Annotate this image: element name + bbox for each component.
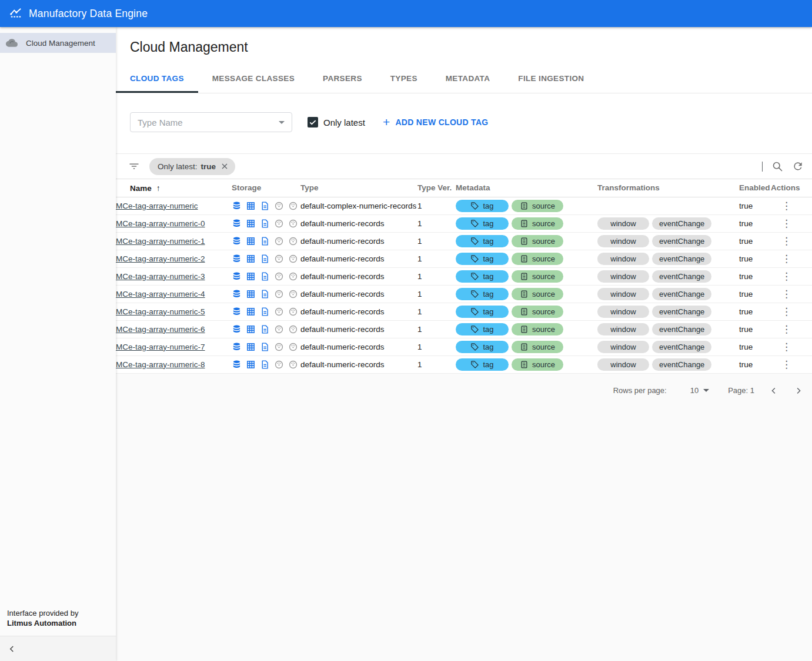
tab-file-ingestion[interactable]: FILE INGESTION xyxy=(504,64,598,93)
rows-per-page-value: 10 xyxy=(690,386,699,395)
tab-types[interactable]: TYPES xyxy=(376,64,432,93)
tab-parsers[interactable]: PARSERS xyxy=(309,64,376,93)
cloud-tag-name-link[interactable]: MCe-tag-array-numeric-3 xyxy=(116,272,205,281)
kebab-menu-icon[interactable]: ⋮ xyxy=(771,341,791,353)
metadata-chip-tag: tag xyxy=(456,288,509,300)
refresh-icon[interactable] xyxy=(792,160,804,172)
cloud-tag-name-link[interactable]: MCe-tag-array-numeric-2 xyxy=(116,254,205,263)
table-grid-icon xyxy=(246,236,256,246)
storage-icons xyxy=(232,324,298,334)
sidebar: Cloud Management Interface provided by L… xyxy=(0,27,116,661)
column-header-type-ver[interactable]: Type Ver. xyxy=(417,179,456,197)
rows-per-page-select[interactable]: 10 xyxy=(690,386,709,395)
kebab-menu-icon[interactable]: ⋮ xyxy=(771,200,791,212)
tag-icon xyxy=(470,343,479,351)
table-grid-icon xyxy=(246,219,256,229)
table-row: MCe-tag-array-numeric-3 default-numeric-… xyxy=(116,267,812,285)
filter-list-icon[interactable] xyxy=(128,160,140,172)
search-icon[interactable] xyxy=(771,160,783,172)
chip-label: tag xyxy=(483,219,493,228)
cloud-tag-name-link[interactable]: MCe-tag-array-numeric-0 xyxy=(116,219,205,228)
transformation-chip-eventChange: eventChange xyxy=(652,217,711,230)
database-icon xyxy=(232,254,242,264)
type-version-cell: 1 xyxy=(417,320,456,338)
kebab-menu-icon[interactable]: ⋮ xyxy=(771,217,791,230)
gauge-icon xyxy=(274,271,284,281)
transformations-cell: windoweventChange xyxy=(597,250,739,267)
kebab-menu-icon[interactable]: ⋮ xyxy=(771,253,791,265)
transformation-chip-window: window xyxy=(597,358,649,371)
source-icon xyxy=(520,360,529,369)
kebab-menu-icon[interactable]: ⋮ xyxy=(771,323,791,335)
cloud-tag-name-link[interactable]: MCe-tag-array-numeric-7 xyxy=(116,343,205,351)
database-icon xyxy=(232,289,242,299)
tab-cloud-tags[interactable]: CLOUD TAGS xyxy=(116,64,198,93)
column-header-actions: Actions xyxy=(771,179,812,197)
chip-label: tag xyxy=(483,272,493,281)
toolbar-right xyxy=(762,160,804,172)
collapse-sidebar-chevron-icon[interactable] xyxy=(7,644,17,654)
transformation-chip-window: window xyxy=(597,235,649,247)
database-icon xyxy=(232,360,242,370)
kebab-menu-icon[interactable]: ⋮ xyxy=(771,270,791,283)
source-icon xyxy=(520,254,529,263)
transformation-chip-window: window xyxy=(597,270,649,283)
transformation-chip-eventChange: eventChange xyxy=(652,323,711,335)
cloud-tag-name-link[interactable]: MCe-tag-array-numeric-5 xyxy=(116,307,205,316)
cloud-tag-name-link[interactable]: MCe-tag-array-numeric-6 xyxy=(116,325,205,334)
document-icon xyxy=(260,307,270,317)
source-icon xyxy=(520,272,529,281)
only-latest-label: Only latest xyxy=(323,118,365,127)
previous-page-chevron-icon[interactable] xyxy=(768,385,779,396)
source-icon xyxy=(520,325,529,334)
metadata-chip-source: source xyxy=(512,217,563,230)
kebab-menu-icon[interactable]: ⋮ xyxy=(771,306,791,318)
column-header-enabled: Enabled xyxy=(739,179,771,197)
metadata-chip-tag: tag xyxy=(456,270,509,283)
kebab-menu-icon[interactable]: ⋮ xyxy=(771,358,791,371)
next-page-chevron-icon[interactable] xyxy=(793,385,804,396)
column-header-transformations: Transformations xyxy=(597,179,739,197)
close-icon[interactable] xyxy=(220,162,229,171)
rows-per-page-dropdown-icon xyxy=(703,389,709,392)
tab-metadata[interactable]: METADATA xyxy=(432,64,504,93)
dropdown-arrow-icon xyxy=(279,121,285,124)
document-icon xyxy=(260,236,270,246)
filter-chip-only-latest[interactable]: Only latest: true xyxy=(149,158,235,175)
chip-label: source xyxy=(532,202,555,210)
type-name-select[interactable]: Type Name xyxy=(130,112,292,132)
sidebar-item-cloud-management[interactable]: Cloud Management xyxy=(0,33,116,53)
plus-icon: + xyxy=(383,117,390,127)
kebab-menu-icon[interactable]: ⋮ xyxy=(771,288,791,300)
transformations-cell: windoweventChange xyxy=(597,338,739,355)
gauge-icon xyxy=(288,219,298,229)
table-row: MCe-tag-array-numeric-7 default-numeric-… xyxy=(116,338,812,355)
tag-icon xyxy=(470,219,479,228)
only-latest-checkbox[interactable]: Only latest xyxy=(308,117,365,127)
transformations-cell: windoweventChange xyxy=(597,320,739,338)
column-header-name[interactable]: Name↑ xyxy=(116,179,232,197)
app-root: Manufactory Data Engine Cloud Management… xyxy=(0,0,812,661)
column-header-storage: Storage xyxy=(232,179,300,197)
kebab-menu-icon[interactable]: ⋮ xyxy=(771,235,791,247)
transformations-cell: windoweventChange xyxy=(597,232,739,250)
cloud-tag-name-link[interactable]: MCe-tag-array-numeric xyxy=(116,202,198,210)
chip-label: tag xyxy=(483,237,493,246)
metadata-cell: tagsource xyxy=(456,232,597,250)
type-name-placeholder: Type Name xyxy=(138,118,183,127)
cloud-tag-name-link[interactable]: MCe-tag-array-numeric-1 xyxy=(116,237,205,246)
cloud-tag-name-link[interactable]: MCe-tag-array-numeric-4 xyxy=(116,290,205,298)
enabled-cell: true xyxy=(739,285,771,303)
source-icon xyxy=(520,219,529,228)
cloud-tag-name-link[interactable]: MCe-tag-array-numeric-8 xyxy=(116,360,205,369)
tag-icon xyxy=(470,272,479,281)
transformation-chip-window: window xyxy=(597,253,649,265)
tab-message-classes[interactable]: MESSAGE CLASSES xyxy=(198,64,309,93)
column-header-type[interactable]: Type xyxy=(300,179,417,197)
add-new-cloud-tag-button[interactable]: + ADD NEW CLOUD TAG xyxy=(383,117,489,127)
table-row: MCe-tag-array-numeric-0 default-numeric-… xyxy=(116,214,812,232)
rows-per-page-label: Rows per page: xyxy=(613,386,667,395)
chip-label: source xyxy=(532,343,555,351)
chip-label: source xyxy=(532,254,555,263)
enabled-cell: true xyxy=(739,250,771,267)
